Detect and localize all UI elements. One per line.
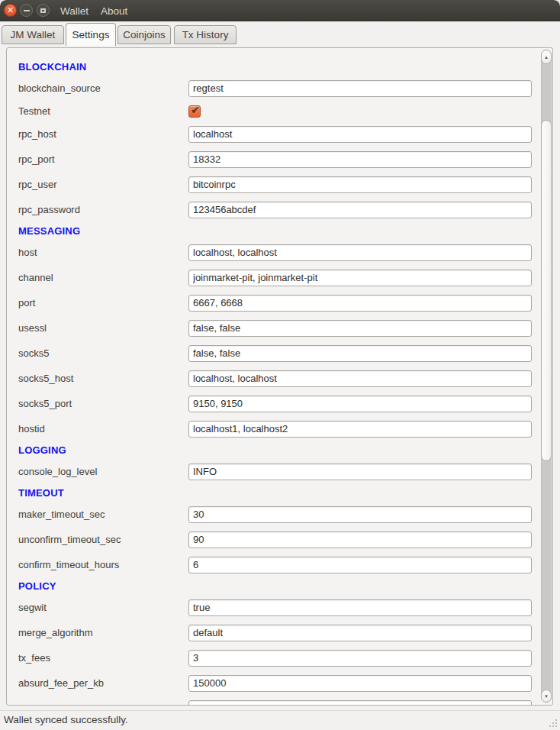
field-label: merge_algorithm: [18, 627, 188, 638]
field-label: rpc_password: [18, 204, 188, 215]
cutoff-input[interactable]: [188, 700, 532, 706]
resize-grip-icon[interactable]: [549, 719, 558, 728]
section-messaging: MESSAGING: [18, 225, 80, 237]
field-row: rpc_user: [18, 172, 540, 197]
field-row: port: [18, 290, 540, 315]
triangle-up-icon: ▲: [544, 55, 549, 60]
field-row: maker_timeout_sec: [18, 502, 540, 527]
field-label: hostid: [18, 423, 188, 434]
minimize-button[interactable]: [20, 4, 33, 17]
rpc-user-input[interactable]: [188, 176, 532, 193]
field-row: channel: [18, 265, 540, 290]
field-row: Testnet ✔: [18, 101, 540, 121]
settings-scroll-area: BLOCKCHAIN blockchain_source Testnet ✔ r…: [6, 47, 553, 706]
field-row: segwit: [18, 595, 540, 620]
field-label: host: [18, 247, 188, 258]
field-label: rpc_port: [18, 153, 188, 165]
field-label: socks5_port: [18, 398, 188, 409]
maker-timeout-sec-input[interactable]: [188, 506, 532, 523]
field-row-partial: [18, 696, 540, 706]
tab-tx-history[interactable]: Tx History: [174, 25, 237, 44]
field-label: socks5_host: [18, 373, 188, 384]
field-label: port: [18, 297, 188, 308]
field-label: socks5: [18, 347, 188, 359]
field-row: merge_algorithm: [18, 620, 540, 645]
field-label: channel: [18, 272, 188, 283]
field-row: usessl: [18, 315, 540, 341]
socks5-input[interactable]: [188, 345, 532, 362]
field-label: rpc_user: [18, 179, 188, 190]
field-row: hostid: [18, 416, 540, 441]
menu-about[interactable]: About: [96, 5, 132, 17]
field-label: tx_fees: [18, 652, 188, 664]
blockchain-source-input[interactable]: [188, 80, 532, 97]
rpc-host-input[interactable]: [188, 126, 532, 143]
titlebar: ✕ Wallet About: [0, 0, 560, 21]
tab-coinjoins[interactable]: Coinjoins: [117, 25, 171, 44]
maximize-button[interactable]: [37, 4, 50, 17]
field-row: rpc_password: [18, 197, 540, 222]
section-blockchain: BLOCKCHAIN: [18, 61, 86, 73]
section-logging: LOGGING: [18, 444, 66, 456]
vertical-scrollbar: ▲ ▼: [540, 48, 552, 705]
confirm-timeout-hours-input[interactable]: [188, 557, 532, 573]
field-row: socks5_host: [18, 366, 540, 391]
triangle-down-icon: ▼: [544, 694, 549, 699]
wallet-window: ✕ Wallet About JM Wallet Settings Coinjo…: [0, 0, 560, 730]
merge-algorithm-input[interactable]: [188, 625, 532, 641]
field-row: absurd_fee_per_kb: [18, 670, 540, 696]
field-label: unconfirm_timeout_sec: [18, 534, 188, 545]
tab-bar: JM Wallet Settings Coinjoins Tx History: [0, 21, 560, 47]
field-row: blockchain_source: [18, 76, 540, 101]
field-row: unconfirm_timeout_sec: [18, 527, 540, 552]
field-label: usessl: [18, 322, 188, 334]
field-label: Testnet: [18, 105, 188, 117]
field-label: console_log_level: [18, 466, 188, 477]
socks5-port-input[interactable]: [188, 396, 532, 412]
field-row: socks5_port: [18, 391, 540, 416]
channel-input[interactable]: [188, 270, 532, 286]
close-button[interactable]: ✕: [4, 4, 17, 17]
minimize-icon: [24, 10, 30, 11]
scroll-up-button[interactable]: ▲: [541, 50, 552, 64]
rpc-password-input[interactable]: [188, 202, 532, 218]
tx-fees-input[interactable]: [188, 650, 532, 667]
field-row: confirm_timeout_hours: [18, 552, 540, 577]
tab-jm-wallet[interactable]: JM Wallet: [2, 25, 64, 44]
field-row: console_log_level: [18, 459, 540, 484]
menu-wallet[interactable]: Wallet: [56, 5, 93, 17]
scrollbar-thumb[interactable]: [541, 120, 552, 461]
settings-form: BLOCKCHAIN blockchain_source Testnet ✔ r…: [7, 48, 540, 706]
field-row: socks5: [18, 341, 540, 366]
field-label: segwit: [18, 602, 188, 613]
console-log-level-input[interactable]: [188, 464, 532, 480]
field-row: rpc_port: [18, 147, 540, 172]
menubar: Wallet About: [56, 0, 132, 21]
segwit-input[interactable]: [188, 599, 532, 616]
tab-settings[interactable]: Settings: [66, 23, 116, 46]
field-row: tx_fees: [18, 645, 540, 670]
testnet-checkbox[interactable]: ✔: [188, 105, 201, 118]
hostid-input[interactable]: [188, 421, 532, 438]
field-row: rpc_host: [18, 121, 540, 147]
field-label: confirm_timeout_hours: [18, 559, 188, 570]
unconfirm-timeout-sec-input[interactable]: [188, 531, 532, 548]
host-input[interactable]: [188, 244, 532, 261]
close-icon: ✕: [7, 6, 14, 15]
rpc-port-input[interactable]: [188, 151, 532, 168]
field-label: maker_timeout_sec: [18, 509, 188, 520]
field-row: host: [18, 240, 540, 265]
check-icon: ✔: [191, 104, 200, 116]
absurd-fee-per-kb-input[interactable]: [188, 675, 532, 692]
scroll-down-button[interactable]: ▼: [541, 690, 552, 703]
socks5-host-input[interactable]: [188, 370, 532, 387]
status-bar: Wallet synced successfully.: [0, 710, 560, 730]
field-label: blockchain_source: [18, 82, 188, 94]
field-label: absurd_fee_per_kb: [18, 677, 188, 689]
section-policy: POLICY: [18, 580, 56, 592]
status-message: Wallet synced successfully.: [4, 714, 128, 725]
usessl-input[interactable]: [188, 320, 532, 337]
maximize-icon: [40, 8, 46, 13]
field-label: rpc_host: [18, 128, 188, 140]
port-input[interactable]: [188, 295, 532, 312]
